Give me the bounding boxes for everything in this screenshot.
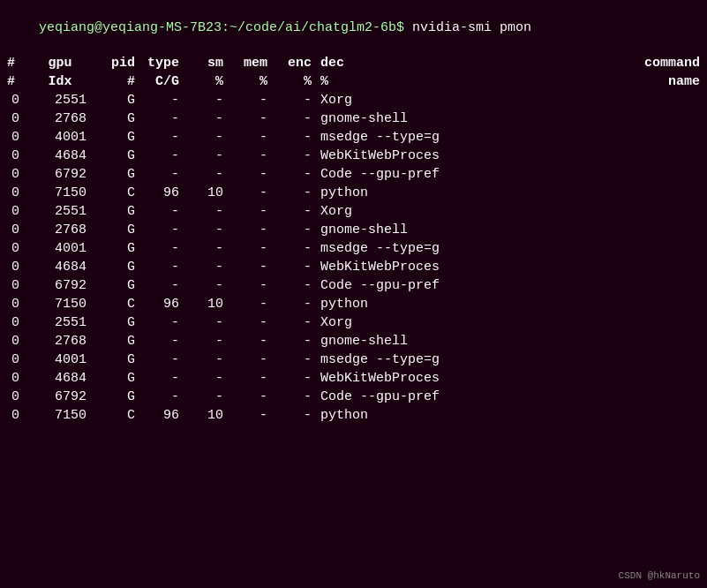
cell-command: WebKitWebProces (312, 147, 506, 165)
cell-mem: - (179, 202, 223, 221)
cell-enc: - (223, 313, 267, 332)
cell-gpu: 0 (7, 165, 34, 184)
cell-enc: - (223, 258, 267, 276)
cell-pid: 4001 (34, 239, 86, 258)
cell-type: G (86, 388, 135, 406)
cell-dec: - (267, 91, 312, 109)
cell-gpu: 0 (7, 369, 34, 388)
table-row: 06792G----Code --gpu-pref (7, 165, 700, 184)
col-sm-pct: % (179, 72, 223, 91)
cell-sm: - (135, 221, 179, 239)
table-row: 04684G----WebKitWebProces (7, 258, 700, 276)
cell-sm: - (135, 313, 179, 332)
cell-enc: - (223, 276, 267, 295)
cell-dec: - (267, 258, 312, 276)
cell-type: G (86, 147, 135, 165)
col-cg: C/G (135, 72, 179, 91)
cell-sm: 96 (135, 184, 179, 202)
cell-dec: - (267, 313, 312, 332)
cell-sm: - (135, 276, 179, 295)
cell-gpu: 0 (7, 91, 34, 109)
cell-command: WebKitWebProces (312, 258, 506, 276)
col-mem: mem (223, 54, 267, 72)
cell-sm: - (135, 388, 179, 406)
col-hash2: # (7, 72, 34, 91)
cell-mem: - (179, 109, 223, 128)
table-body: 02551G----Xorg02768G----gnome-shell04001… (7, 91, 700, 425)
cell-mem: - (179, 388, 223, 406)
cell-type: G (86, 165, 135, 184)
cell-command: Xorg (312, 202, 506, 221)
table-row: 02768G----gnome-shell (7, 109, 700, 128)
cell-mem: - (179, 313, 223, 332)
cell-type: G (86, 258, 135, 276)
cell-mem: - (179, 369, 223, 388)
cell-enc: - (223, 221, 267, 239)
table-row: 04684G----WebKitWebProces (7, 147, 700, 165)
command-line: yeqiang@yeqiang-MS-7B23:~/code/ai/chatgl… (7, 5, 700, 50)
cell-sm: - (135, 202, 179, 221)
table-row: 02551G----Xorg (7, 91, 700, 109)
cell-sm: - (135, 165, 179, 184)
cell-pid: 6792 (34, 165, 86, 184)
cell-gpu: 0 (7, 202, 34, 221)
cell-dec: - (267, 276, 312, 295)
cell-dec: - (267, 128, 312, 147)
cell-pid: 6792 (34, 276, 86, 295)
cell-dec: - (267, 184, 312, 202)
cell-pid: 7150 (34, 295, 86, 313)
cell-sm: - (135, 91, 179, 109)
table-row: 04001G----msedge --type=g (7, 128, 700, 147)
cell-mem: - (179, 332, 223, 351)
header-row-2: # Idx # C/G % % % % name (7, 72, 700, 91)
cell-command: Xorg (312, 313, 506, 332)
table-row: 02551G----Xorg (7, 313, 700, 332)
cell-gpu: 0 (7, 109, 34, 128)
cell-mem: - (179, 258, 223, 276)
cell-pid: 4001 (34, 351, 86, 369)
cell-enc: - (223, 351, 267, 369)
table-row: 02768G----gnome-shell (7, 332, 700, 351)
col-pid: pid (86, 54, 135, 72)
cell-dec: - (267, 406, 312, 425)
cell-type: G (86, 332, 135, 351)
cell-enc: - (223, 147, 267, 165)
cell-type: G (86, 239, 135, 258)
cell-type: G (86, 313, 135, 332)
col-hash: # (7, 54, 34, 72)
col-enc-pct: % (267, 72, 312, 91)
table-row: 04684G----WebKitWebProces (7, 369, 700, 388)
cell-gpu: 0 (7, 239, 34, 258)
cell-sm: 96 (135, 295, 179, 313)
cell-dec: - (267, 369, 312, 388)
cell-sm: - (135, 369, 179, 388)
cell-gpu: 0 (7, 388, 34, 406)
cell-type: G (86, 221, 135, 239)
cell-pid: 2551 (34, 202, 86, 221)
cell-sm: - (135, 351, 179, 369)
cell-gpu: 0 (7, 332, 34, 351)
cell-command: msedge --type=g (312, 239, 506, 258)
cell-dec: - (267, 109, 312, 128)
cell-enc: - (223, 202, 267, 221)
cell-enc: - (223, 369, 267, 388)
cell-command: WebKitWebProces (312, 369, 506, 388)
cell-dec: - (267, 221, 312, 239)
cell-pid: 2551 (34, 313, 86, 332)
cell-gpu: 0 (7, 276, 34, 295)
cell-pid: 4684 (34, 147, 86, 165)
table-row: 04001G----msedge --type=g (7, 351, 700, 369)
cell-mem: - (179, 91, 223, 109)
cell-pid: 2768 (34, 332, 86, 351)
cell-type: G (86, 91, 135, 109)
cell-gpu: 0 (7, 406, 34, 425)
cell-mem: 10 (179, 406, 223, 425)
cell-command: msedge --type=g (312, 351, 506, 369)
table-row: 06792G----Code --gpu-pref (7, 276, 700, 295)
cell-command: msedge --type=g (312, 128, 506, 147)
cell-mem: 10 (179, 295, 223, 313)
cell-type: G (86, 109, 135, 128)
cell-mem: - (179, 351, 223, 369)
cell-sm: 96 (135, 406, 179, 425)
col-gpu: gpu (34, 54, 86, 72)
